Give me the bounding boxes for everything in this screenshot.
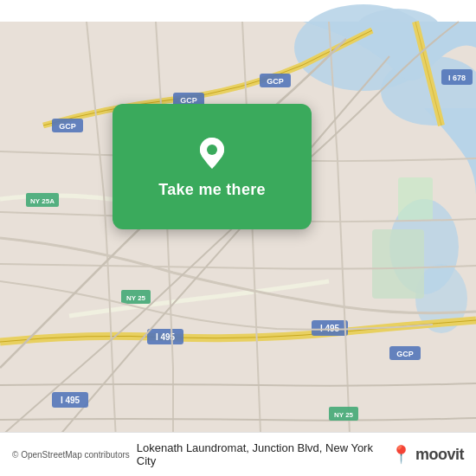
svg-point-31 [207, 145, 217, 155]
svg-text:I 495: I 495 [320, 324, 340, 333]
attribution-text: © OpenStreetMap contributors [12, 450, 130, 460]
svg-rect-7 [398, 177, 433, 221]
svg-text:I 678: I 678 [448, 74, 466, 82]
take-me-there-button-label: Take me there [158, 181, 266, 199]
svg-text:NY 25: NY 25 [126, 294, 146, 302]
moovit-brand-label: moovit [415, 446, 464, 464]
location-info: Lokenath Laundromat, Junction Blvd, New … [137, 441, 383, 467]
svg-text:NY 25A: NY 25A [30, 197, 55, 205]
svg-text:NY 25: NY 25 [334, 411, 354, 419]
bottom-bar: © OpenStreetMap contributors Lokenath La… [0, 432, 476, 476]
moovit-logo: 📍 moovit [390, 444, 464, 465]
svg-text:GCP: GCP [59, 122, 76, 131]
location-pin-icon [193, 134, 231, 172]
moovit-pin-icon: 📍 [390, 444, 412, 465]
svg-text:GCP: GCP [267, 77, 284, 86]
action-card[interactable]: Take me there [113, 104, 312, 229]
map-background: I 495 I 495 GCP GCP GCP GCP NY 25A NY 25 [0, 0, 476, 476]
map-container: I 495 I 495 GCP GCP GCP GCP NY 25A NY 25 [0, 0, 476, 476]
svg-text:I 495: I 495 [61, 396, 80, 405]
svg-text:GCP: GCP [396, 350, 414, 358]
svg-rect-6 [372, 229, 424, 299]
